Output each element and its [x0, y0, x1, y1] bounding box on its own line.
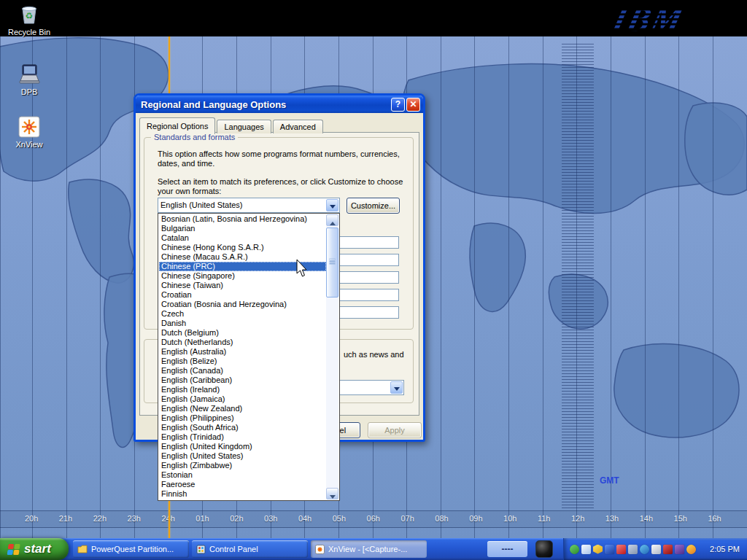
locale-combobox-value: English (United States)	[160, 201, 243, 209]
start-button[interactable]: start	[0, 538, 69, 560]
svg-text:♻: ♻	[26, 11, 34, 21]
list-item[interactable]: English (Philippines)	[159, 413, 326, 423]
desktop-icon-dpb[interactable]: DPB	[6, 63, 53, 96]
tray-icon[interactable]	[663, 545, 673, 554]
hour-label: 15h	[674, 514, 687, 527]
taskbar-app-icon[interactable]	[535, 540, 553, 558]
hour-label: 08h	[435, 514, 448, 527]
hour-label: 03h	[264, 514, 277, 527]
mouse-cursor	[295, 259, 309, 281]
ibm-logo: IBM	[608, 0, 688, 39]
list-item[interactable]: Bosnian (Latin, Bosnia and Herzegovina)	[159, 214, 326, 224]
close-button[interactable]: ✕	[406, 98, 420, 112]
list-item[interactable]: English (United Kingdom)	[159, 442, 326, 451]
hour-label: 22h	[93, 514, 107, 527]
list-item[interactable]: English (Australia)	[159, 347, 326, 357]
tab-advanced[interactable]: Advanced	[273, 120, 323, 133]
list-item[interactable]: English (Canada)	[159, 366, 326, 376]
scroll-down-button[interactable]	[326, 488, 338, 499]
windows-flag-icon	[7, 542, 20, 556]
date-line-hatch-band	[562, 44, 594, 510]
hour-label: 12h	[571, 514, 584, 527]
tray-icon[interactable]	[628, 545, 638, 554]
taskbar-task-control-panel[interactable]: Control Panel	[192, 540, 308, 558]
list-item[interactable]: English (Ireland)	[159, 385, 326, 394]
standards-description-line2: dates, and time.	[158, 159, 214, 168]
laptop-icon	[6, 63, 53, 86]
list-item[interactable]: English (United States)	[159, 451, 326, 461]
dialog-title: Regional and Language Options	[141, 99, 390, 110]
list-item[interactable]: Croatian	[159, 290, 326, 300]
hour-label: 05h	[333, 514, 346, 527]
control-panel-icon	[196, 545, 206, 554]
hour-label: 21h	[59, 514, 72, 527]
top-black-band: IBM	[0, 0, 747, 36]
tray-icon[interactable]	[640, 545, 649, 554]
hour-label: 09h	[469, 514, 482, 527]
standards-instruction-line1: Select an item to match its preferences,…	[158, 177, 403, 186]
tray-icon[interactable]	[675, 545, 684, 554]
task-label: PowerQuest Partition...	[91, 545, 174, 553]
customize-button[interactable]: Customize...	[347, 198, 400, 214]
tray-icon[interactable]	[593, 545, 603, 554]
xnview-icon	[315, 545, 325, 554]
tray-clock[interactable]: 2:05 PM	[710, 545, 747, 553]
timezone-hour-labels: 20h 21h 22h 23h 24h 01h 02h 03h 04h 05h …	[0, 510, 747, 528]
list-item[interactable]: English (Jamaica)	[159, 394, 326, 404]
start-label: start	[24, 542, 51, 556]
list-item[interactable]: English (Zimbabwe)	[159, 461, 326, 470]
taskbar-task-xnview[interactable]: XnView - [<Capture-...	[311, 540, 427, 558]
list-item[interactable]: Croatian (Bosnia and Herzegovina)	[159, 300, 326, 309]
list-item[interactable]: Danish	[159, 319, 326, 328]
tray-icon[interactable]	[581, 545, 591, 554]
tray-icon[interactable]	[686, 545, 696, 554]
list-item[interactable]: English (Caribbean)	[159, 376, 326, 385]
list-item[interactable]: English (New Zealand)	[159, 404, 326, 413]
tray-icon[interactable]	[605, 545, 614, 554]
list-item[interactable]: Czech	[159, 309, 326, 319]
tab-regional-options[interactable]: Regional Options	[139, 117, 215, 134]
tab-languages[interactable]: Languages	[217, 120, 271, 133]
standards-instruction-line2: your own formats:	[158, 187, 221, 195]
combobox-dropdown-button[interactable]	[390, 381, 403, 394]
combobox-dropdown-button[interactable]	[326, 199, 338, 211]
list-item[interactable]: Dutch (Belgium)	[159, 328, 326, 338]
tray-icon[interactable]	[651, 545, 661, 554]
desktop-icon-xnview[interactable]: XnView	[6, 115, 53, 149]
folder-icon	[77, 545, 88, 553]
list-item[interactable]: Finnish	[159, 489, 326, 499]
locale-dropdown-list: Bosnian (Latin, Bosnia and Herzegovina) …	[158, 213, 340, 501]
task-label: Control Panel	[209, 545, 258, 553]
list-item[interactable]: Faeroese	[159, 480, 326, 489]
hour-label: 14h	[640, 514, 653, 527]
dialog-titlebar[interactable]: Regional and Language Options ? ✕	[136, 96, 423, 113]
xnview-icon	[6, 115, 53, 139]
taskbar-toolbar[interactable]: ----	[487, 541, 527, 557]
apply-button[interactable]: Apply	[368, 422, 422, 438]
dialog-tabs: Regional Options Languages Advanced	[139, 117, 325, 133]
locale-combobox[interactable]: English (United States)	[158, 198, 340, 213]
tray-icon[interactable]	[570, 545, 579, 554]
standards-description-line1: This option affects how some programs fo…	[158, 149, 400, 158]
list-item[interactable]: Catalan	[159, 233, 326, 243]
hour-label: 02h	[230, 514, 243, 527]
help-button[interactable]: ?	[391, 98, 405, 112]
list-item[interactable]: English (South Africa)	[159, 423, 326, 432]
list-item[interactable]: English (Trinidad)	[159, 432, 326, 442]
scroll-up-button[interactable]	[326, 214, 338, 226]
desktop: GMT 20h 21h 22h 23h 24h 01h 02h 03h 04h …	[0, 0, 747, 560]
list-item[interactable]: Bulgarian	[159, 224, 326, 233]
list-scrollbar[interactable]	[326, 214, 338, 499]
list-item[interactable]: English (Belize)	[159, 357, 326, 366]
hour-label: 10h	[503, 514, 516, 527]
list-item[interactable]: Chinese (Hong Kong S.A.R.)	[159, 243, 326, 252]
tray-icon[interactable]	[616, 545, 626, 554]
list-item[interactable]: Chinese (Taiwan)	[159, 281, 326, 290]
desktop-icon-recycle-bin[interactable]: ♻ Recycle Bin	[6, 3, 53, 36]
list-item[interactable]: Dutch (Netherlands)	[159, 338, 326, 347]
hour-label: 13h	[605, 514, 619, 527]
list-item[interactable]: Estonian	[159, 470, 326, 480]
scrollbar-thumb[interactable]	[326, 228, 338, 298]
location-text-fragment: uch as news and	[344, 350, 404, 359]
taskbar-task-powerquest[interactable]: PowerQuest Partition...	[73, 540, 189, 558]
